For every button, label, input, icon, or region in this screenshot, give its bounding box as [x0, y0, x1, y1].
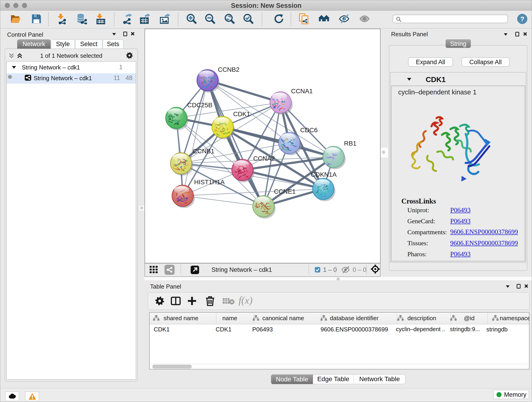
- svg-text:CDK1: CDK1: [233, 110, 250, 118]
- svg-text:CDC6: CDC6: [300, 127, 317, 134]
- svg-text:CDKN1A: CDKN1A: [311, 171, 336, 178]
- svg-text:HIST1H1A: HIST1H1A: [194, 179, 225, 186]
- svg-text:CCNA2: CCNA2: [253, 155, 275, 162]
- svg-text:RB1: RB1: [344, 140, 356, 147]
- svg-text:CCNB2: CCNB2: [218, 66, 240, 73]
- svg-text:CCNB1: CCNB1: [193, 148, 215, 155]
- svg-text:CDC25B: CDC25B: [187, 102, 212, 109]
- svg-text:?: ?: [520, 15, 525, 23]
- svg-text:CCNA1: CCNA1: [291, 88, 313, 95]
- svg-text:CCNE1: CCNE1: [274, 188, 296, 195]
